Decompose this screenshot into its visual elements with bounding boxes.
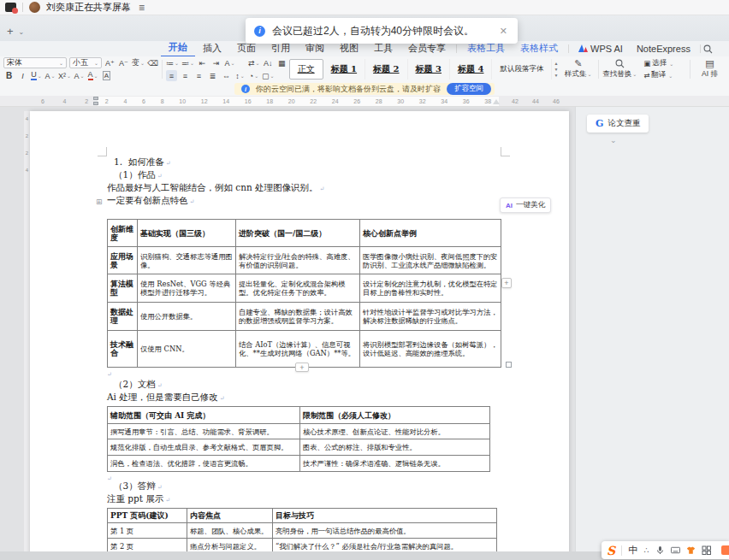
table-cell[interactable]: 标题、团队、核心成果。 (187, 523, 273, 539)
highlight-icon[interactable]: A⌄ (74, 70, 85, 81)
table-cell[interactable]: 内容焦点 (187, 509, 273, 523)
paragraph[interactable]: （2）文档 (114, 379, 502, 392)
select-button[interactable]: ▣选择⌄ (643, 58, 673, 68)
table-cell[interactable]: 规范化排版，自动生成目录、参考文献格式、页眉页脚。 (108, 439, 300, 456)
font-size-select[interactable]: 小五⌄ (69, 57, 102, 68)
superscript-icon[interactable]: X²⌄ (58, 70, 71, 81)
paragraph[interactable]: （1）作品 (114, 169, 502, 182)
text-direction-icon[interactable]: ⇄⌄ (248, 57, 260, 68)
table-cell[interactable]: 核心技术原理、创新点论证、性能对比分析。 (300, 424, 490, 439)
table-cell[interactable]: 第 1 页 (108, 523, 187, 539)
first-line-indent-marker[interactable] (93, 97, 98, 100)
table-cell[interactable]: 识别猫狗、交通标志等通用图像。 (138, 247, 236, 274)
table-cell[interactable]: 仅使用 CNN。 (138, 331, 236, 368)
table-cell[interactable]: 数据处理 (108, 303, 138, 331)
ink-shading-icon[interactable]: ◔⌄ (248, 70, 259, 81)
style-body-text[interactable]: 正文 (289, 59, 323, 80)
search-icon[interactable] (703, 44, 713, 54)
italic-button[interactable]: I (17, 70, 28, 81)
line-spacing-icon[interactable]: ↕⌄ (234, 70, 246, 81)
clear-format-icon[interactable]: ⌫ (147, 57, 158, 68)
align-left-icon[interactable]: ≡ (166, 70, 177, 81)
increase-indent-icon[interactable]: ⇥ (210, 57, 222, 68)
text-tool-icon[interactable]: A⌄ (224, 57, 235, 68)
char-shading-icon[interactable]: A (101, 70, 112, 81)
table-cell[interactable]: 撰写通用章节：引言、总结、功能需求、背景调研。 (108, 424, 300, 439)
table-cell[interactable]: 核心创新点举例 (360, 220, 501, 247)
paragraph[interactable]: 1. 如何准备 (114, 156, 502, 169)
ime-dots-icon[interactable]: ∴ (643, 545, 649, 555)
bullet-list-icon[interactable]: ≔⌄ (166, 57, 179, 68)
ai-beautify-button[interactable]: AI 一键美化 (500, 197, 551, 213)
document-page[interactable]: 1. 如何准备 （1）作品 作品最好与人工智能结合，例如 cnn 处理图像识别。… (30, 111, 569, 560)
text-effect-icon[interactable]: 变⌄ (132, 57, 145, 68)
right-indent-marker[interactable] (493, 99, 500, 104)
table-cell[interactable]: 针对性地设计半监督学习或对比学习方法，解决标注数据稀缺的行业痛点。 (360, 303, 501, 331)
style-default-font[interactable]: 默认段落字体 (492, 59, 552, 80)
style-heading-1[interactable]: 标题 1 (323, 59, 365, 80)
table-cell[interactable]: 创新维度 (108, 220, 138, 247)
table-cell[interactable]: 技术融合 (108, 331, 138, 368)
table-cell[interactable]: 医学图像微小病灶识别、夜间低照度下的安防识别、工业流水线产品细微缺陷检测。 (360, 247, 501, 274)
toolbox-grid-icon[interactable] (702, 545, 711, 555)
translate-button[interactable]: ⇄翻译⌄ (643, 70, 673, 80)
new-tab-button[interactable]: + (7, 27, 14, 37)
toast-close-button[interactable]: ✕ (498, 24, 509, 38)
table-cell[interactable]: 技术严谨性：确保术语准确、逻辑链条无误。 (300, 456, 490, 472)
empty-paragraph[interactable] (107, 472, 502, 480)
table-cell[interactable]: 使用公开数据集。 (138, 303, 236, 331)
justify-icon[interactable]: ≣ (207, 70, 218, 81)
table-cell[interactable]: 设计定制化的注意力机制，优化模型在特定目标上的鲁棒性和实时性。 (360, 274, 501, 303)
style-heading-4[interactable]: 标题 4 (450, 59, 492, 80)
keyboard-icon[interactable] (671, 545, 680, 555)
table-cell[interactable]: 应用场景 (108, 247, 138, 274)
table-cell[interactable]: 图表、公式的标注、排版和专业性。 (300, 439, 490, 456)
ai-layout-button[interactable]: ▤ AI 排 (694, 59, 726, 80)
tab-table-style[interactable]: 表格样式 (513, 41, 566, 56)
paragraph[interactable]: 一定要有创新点特色 (107, 195, 502, 208)
paragraph[interactable]: 注重 ppt 展示 (107, 493, 502, 506)
align-center-icon[interactable]: ≡ (180, 70, 191, 81)
skin-shirt-icon[interactable] (686, 545, 696, 555)
style-set-button[interactable]: ✎ 样式集⌄ (561, 59, 595, 80)
sogou-logo-icon[interactable]: S (607, 545, 615, 557)
ime-more-icon[interactable] (721, 545, 729, 555)
borders-icon[interactable]: ▢⌄ (262, 70, 275, 81)
table-cell[interactable]: 算法模型 (108, 274, 138, 303)
increase-font-icon[interactable]: A⁺ (104, 57, 116, 68)
tab-insert[interactable]: 插入 (195, 41, 229, 56)
decrease-font-icon[interactable]: A⁻ (118, 57, 129, 68)
tab-stop-icon[interactable]: ▦ (276, 57, 287, 68)
table-cell[interactable]: 基础实现（国三级） (138, 220, 236, 247)
insert-row-button[interactable]: + (295, 363, 309, 372)
align-right-icon[interactable]: ≡ (193, 70, 204, 81)
table-cell[interactable]: 使用 ResNet、VGG 等经典模型并进行迁移学习。 (138, 274, 236, 303)
font-color-icon[interactable]: A⌄ (87, 70, 98, 81)
table-cell[interactable]: 提出轻量化、定制化或混合架构模型。优化特定任务下的效率。 (236, 274, 360, 303)
underline-button[interactable]: U⌄ (31, 70, 42, 81)
table-cell[interactable]: 润色，检查语法、优化措辞，使语言更流畅。 (108, 456, 300, 472)
expand-storage-button[interactable]: 扩容空间 (447, 83, 491, 95)
distribute-icon[interactable]: ⇔ (221, 70, 232, 81)
tab-home[interactable]: 开始 (161, 40, 195, 57)
table-cell[interactable]: 进阶突破（国一/国二级） (236, 220, 360, 247)
paragraph[interactable]: （3）答辩 (114, 480, 502, 493)
table-cell[interactable]: PPT 页码(建议) (108, 509, 187, 523)
tab-list-chevron-icon[interactable]: ⌄ (19, 28, 25, 36)
insert-column-button[interactable]: + (501, 278, 512, 288)
table-cell[interactable]: 自建专业、稀缺的数据集；设计高效的数据增强或弱监督学习方案。 (236, 303, 360, 331)
find-replace-button[interactable]: 查找替换⌄ (602, 59, 637, 80)
microphone-icon[interactable] (655, 545, 665, 555)
style-heading-3[interactable]: 标题 3 (408, 59, 450, 80)
paragraph[interactable]: Ai 处理，但是需要自己修改 (107, 392, 502, 404)
bold-button[interactable]: B (3, 70, 15, 81)
char-border-icon[interactable]: A⌄ (44, 70, 56, 81)
paper-check-button[interactable]: G 论文查重 (587, 115, 649, 133)
font-name-select[interactable]: 宋体⌄ (3, 57, 67, 68)
style-gallery-scroll[interactable]: ▲▼▼ (552, 59, 560, 80)
numbered-list-icon[interactable]: ≕⌄ (181, 57, 194, 68)
table-cell[interactable]: 将识别模型部署到边缘设备（如树莓派），设计低延迟、高能效的推理系统。 (360, 331, 501, 368)
table-cell[interactable]: 限制范围（必须人工修改） (300, 407, 490, 424)
tab-noteexpress[interactable]: NoteExpress (630, 43, 697, 56)
tab-wps-ai[interactable]: WPS AI (572, 43, 630, 56)
